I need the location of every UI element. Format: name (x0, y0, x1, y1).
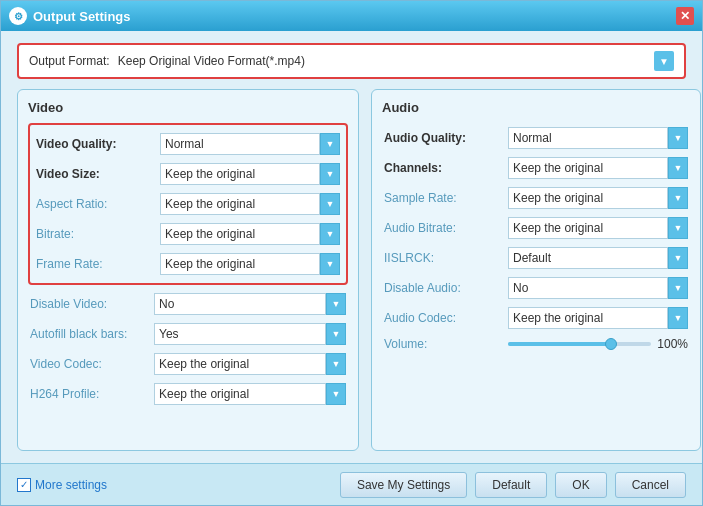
sample-rate-row: Sample Rate: ▼ (382, 183, 690, 213)
aspect-ratio-input[interactable] (160, 193, 320, 215)
volume-slider-container: 100% (508, 337, 688, 351)
output-format-dropdown-arrow[interactable]: ▼ (654, 51, 674, 71)
sample-rate-input[interactable] (508, 187, 668, 209)
h264-profile-label: H264 Profile: (30, 387, 150, 401)
video-size-input[interactable] (160, 163, 320, 185)
channels-input[interactable] (508, 157, 668, 179)
autofill-label: Autofill black bars: (30, 327, 150, 341)
sample-rate-dropdown: ▼ (508, 187, 688, 209)
video-codec-arrow[interactable]: ▼ (326, 353, 346, 375)
frame-rate-arrow[interactable]: ▼ (320, 253, 340, 275)
disable-video-input[interactable] (154, 293, 326, 315)
more-settings-checkbox[interactable]: ✓ (17, 478, 31, 492)
autofill-input[interactable] (154, 323, 326, 345)
video-size-label: Video Size: (36, 167, 156, 181)
video-quality-row: Video Quality: ▼ (34, 129, 342, 159)
audio-quality-input[interactable] (508, 127, 668, 149)
video-codec-dropdown: ▼ (154, 353, 346, 375)
audio-codec-input[interactable] (508, 307, 668, 329)
output-format-label: Output Format: (29, 54, 110, 68)
channels-dropdown: ▼ (508, 157, 688, 179)
volume-label: Volume: (384, 337, 504, 351)
h264-profile-row: H264 Profile: ▼ (28, 379, 348, 409)
h264-profile-arrow[interactable]: ▼ (326, 383, 346, 405)
title-bar: ⚙ Output Settings ✕ (1, 1, 702, 31)
audio-codec-arrow[interactable]: ▼ (668, 307, 688, 329)
bitrate-input[interactable] (160, 223, 320, 245)
disable-audio-arrow[interactable]: ▼ (668, 277, 688, 299)
frame-rate-dropdown: ▼ (160, 253, 340, 275)
video-panel: Video Video Quality: ▼ Video Size: (17, 89, 359, 451)
output-settings-window: ⚙ Output Settings ✕ Output Format: ▼ Vid… (0, 0, 703, 506)
output-format-input[interactable] (118, 54, 646, 68)
audio-bitrate-label: Audio Bitrate: (384, 221, 504, 235)
audio-panel-title: Audio (382, 100, 690, 115)
volume-slider-track[interactable] (508, 342, 651, 346)
autofill-row: Autofill black bars: ▼ (28, 319, 348, 349)
audio-quality-label: Audio Quality: (384, 131, 504, 145)
aspect-ratio-row: Aspect Ratio: ▼ (34, 189, 342, 219)
iislrck-input[interactable] (508, 247, 668, 269)
bitrate-dropdown: ▼ (160, 223, 340, 245)
bitrate-row: Bitrate: ▼ (34, 219, 342, 249)
video-codec-label: Video Codec: (30, 357, 150, 371)
video-size-dropdown: ▼ (160, 163, 340, 185)
bitrate-label: Bitrate: (36, 227, 156, 241)
audio-bitrate-input[interactable] (508, 217, 668, 239)
video-size-arrow[interactable]: ▼ (320, 163, 340, 185)
disable-video-label: Disable Video: (30, 297, 150, 311)
content-area: Output Format: ▼ Video Video Quality: ▼ (1, 31, 702, 463)
sample-rate-label: Sample Rate: (384, 191, 504, 205)
volume-value: 100% (657, 337, 688, 351)
video-quality-input[interactable] (160, 133, 320, 155)
aspect-ratio-dropdown: ▼ (160, 193, 340, 215)
bitrate-arrow[interactable]: ▼ (320, 223, 340, 245)
channels-row: Channels: ▼ (382, 153, 690, 183)
panels-container: Video Video Quality: ▼ Video Size: (17, 89, 686, 451)
disable-video-arrow[interactable]: ▼ (326, 293, 346, 315)
video-size-row: Video Size: ▼ (34, 159, 342, 189)
close-button[interactable]: ✕ (676, 7, 694, 25)
h264-profile-input[interactable] (154, 383, 326, 405)
frame-rate-input[interactable] (160, 253, 320, 275)
video-quality-label: Video Quality: (36, 137, 156, 151)
channels-arrow[interactable]: ▼ (668, 157, 688, 179)
cancel-button[interactable]: Cancel (615, 472, 686, 498)
audio-quality-arrow[interactable]: ▼ (668, 127, 688, 149)
disable-audio-label: Disable Audio: (384, 281, 504, 295)
disable-audio-dropdown: ▼ (508, 277, 688, 299)
audio-bitrate-arrow[interactable]: ▼ (668, 217, 688, 239)
default-button[interactable]: Default (475, 472, 547, 498)
autofill-arrow[interactable]: ▼ (326, 323, 346, 345)
iislrck-dropdown: ▼ (508, 247, 688, 269)
app-icon: ⚙ (9, 7, 27, 25)
video-quality-dropdown: ▼ (160, 133, 340, 155)
sample-rate-arrow[interactable]: ▼ (668, 187, 688, 209)
window-title: Output Settings (33, 9, 676, 24)
ok-button[interactable]: OK (555, 472, 606, 498)
video-panel-title: Video (28, 100, 348, 115)
frame-rate-row: Frame Rate: ▼ (34, 249, 342, 279)
volume-slider-fill (508, 342, 608, 346)
aspect-ratio-arrow[interactable]: ▼ (320, 193, 340, 215)
iislrck-row: IISLRCK: ▼ (382, 243, 690, 273)
video-quality-arrow[interactable]: ▼ (320, 133, 340, 155)
disable-audio-row: Disable Audio: ▼ (382, 273, 690, 303)
autofill-dropdown: ▼ (154, 323, 346, 345)
volume-slider-thumb[interactable] (605, 338, 617, 350)
audio-codec-label: Audio Codec: (384, 311, 504, 325)
audio-bitrate-dropdown: ▼ (508, 217, 688, 239)
more-settings-toggle[interactable]: ✓ More settings (17, 478, 332, 492)
video-codec-input[interactable] (154, 353, 326, 375)
audio-codec-dropdown: ▼ (508, 307, 688, 329)
audio-bitrate-row: Audio Bitrate: ▼ (382, 213, 690, 243)
audio-quality-dropdown: ▼ (508, 127, 688, 149)
video-quality-group: Video Quality: ▼ Video Size: ▼ (28, 123, 348, 285)
disable-audio-input[interactable] (508, 277, 668, 299)
save-settings-button[interactable]: Save My Settings (340, 472, 467, 498)
more-settings-label: More settings (35, 478, 107, 492)
iislrck-arrow[interactable]: ▼ (668, 247, 688, 269)
disable-video-dropdown: ▼ (154, 293, 346, 315)
audio-quality-row: Audio Quality: ▼ (382, 123, 690, 153)
channels-label: Channels: (384, 161, 504, 175)
